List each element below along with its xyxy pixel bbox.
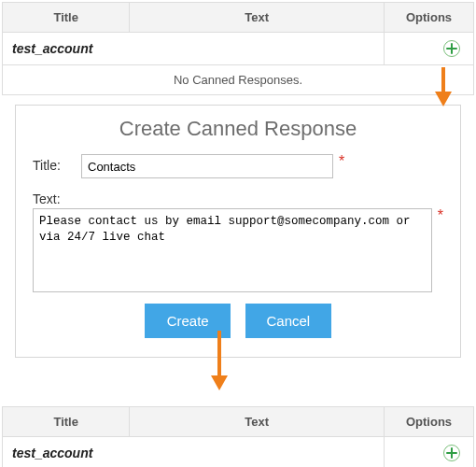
account-name: test_account bbox=[3, 33, 385, 65]
col-header-options: Options bbox=[385, 407, 474, 437]
col-header-options: Options bbox=[385, 3, 474, 33]
plus-icon bbox=[446, 43, 457, 54]
col-header-title: Title bbox=[3, 3, 130, 33]
text-label: Text: bbox=[33, 188, 81, 206]
text-textarea[interactable] bbox=[33, 208, 432, 292]
responses-table-filled: Title Text Options test_account Contacts bbox=[2, 406, 474, 467]
create-response-form: Create Canned Response Title: * Text: * … bbox=[15, 105, 461, 358]
plus-icon bbox=[446, 447, 457, 459]
required-marker: * bbox=[438, 208, 443, 223]
add-response-button[interactable] bbox=[443, 445, 460, 461]
title-label: Title: bbox=[33, 154, 81, 173]
title-input[interactable] bbox=[81, 154, 333, 178]
account-name: test_account bbox=[3, 437, 385, 468]
col-header-title: Title bbox=[3, 407, 130, 437]
form-heading: Create Canned Response bbox=[33, 117, 443, 141]
arrow-annotation-1 bbox=[431, 65, 455, 108]
arrow-annotation-2 bbox=[207, 329, 231, 394]
col-header-text: Text bbox=[130, 3, 385, 33]
required-marker: * bbox=[339, 154, 344, 169]
svg-marker-1 bbox=[435, 92, 452, 106]
svg-marker-3 bbox=[211, 375, 228, 390]
responses-table-empty: Title Text Options test_account No Canne… bbox=[2, 2, 474, 95]
col-header-text: Text bbox=[130, 407, 385, 437]
cancel-button[interactable]: Cancel bbox=[245, 304, 331, 338]
empty-message: No Canned Responses. bbox=[3, 65, 474, 95]
add-response-button[interactable] bbox=[443, 40, 460, 57]
